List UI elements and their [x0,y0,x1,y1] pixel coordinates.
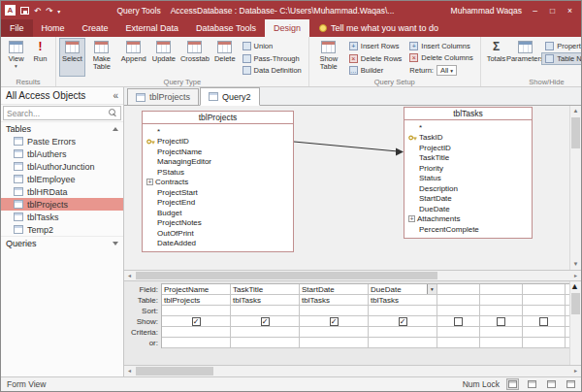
nav-item-temp2[interactable]: Temp2 [1,223,123,236]
show-cell[interactable] [523,316,566,327]
field-row-duedate[interactable]: DueDate [404,204,532,214]
delete-rows-button[interactable]: Delete Rows [345,52,406,65]
field-row-pstatus[interactable]: PStatus [143,167,293,178]
table-cell[interactable] [523,295,566,306]
field-row-percentcomplete[interactable]: PercentComplete [404,224,532,235]
show-checkbox[interactable] [454,317,463,326]
sql-view-button[interactable] [545,378,558,390]
scroll-up-icon[interactable] [570,106,581,116]
show-table-button[interactable]: Show Table [312,38,345,77]
sort-cell[interactable] [300,306,369,316]
run-button[interactable]: Run [28,38,52,77]
field-row-description[interactable]: Description [404,183,532,194]
scroll-thumb[interactable] [571,117,580,148]
nav-item-tblauthorjunction[interactable]: tblAuthorJunction [1,160,123,173]
delete-columns-button[interactable]: Delete Columns [405,52,476,65]
insert-columns-button[interactable]: Insert Columns [405,40,476,52]
field-list-title[interactable]: tblProjects [143,112,293,124]
field-row-projectend[interactable]: ProjectEnd [143,198,293,209]
search-input[interactable] [4,109,109,118]
field-row-taskid[interactable]: TaskID [404,133,532,144]
field-row-status[interactable]: Status [404,174,532,184]
pass-through-button[interactable]: Pass-Through [239,52,306,65]
field-row-projectnotes[interactable]: ProjectNotes [143,218,293,229]
field-row-outofprint[interactable]: OutOfPrint [143,228,293,239]
property-sheet-button[interactable]: Property Sheet [541,40,581,52]
tab-database-tools[interactable]: Database Tools [187,19,265,37]
sort-cell[interactable] [523,306,566,316]
query-design-surface[interactable]: tblProjects *ProjectIDProjectNameManagin… [124,106,581,271]
view-button[interactable]: View [4,38,28,77]
sort-cell[interactable] [369,306,437,316]
show-cell[interactable] [162,316,231,327]
show-checkbox[interactable] [539,317,548,326]
sort-cell[interactable] [162,306,231,316]
scroll-down-icon[interactable] [570,259,581,270]
show-checkbox[interactable] [261,317,270,326]
access-app-icon[interactable]: A [5,5,16,16]
collapse-pane-icon[interactable] [113,90,118,101]
or-cell[interactable] [162,338,231,348]
nav-item-tblprojects[interactable]: tblProjects [1,198,123,211]
insert-rows-button[interactable]: Insert Rows [345,40,406,52]
update-button[interactable]: Update [149,38,178,77]
scroll-thumb[interactable] [571,293,580,314]
tab-home[interactable]: Home [33,19,74,37]
field-cell[interactable] [523,284,566,295]
show-checkbox[interactable] [330,317,339,326]
field-cell[interactable]: TaskTitle [231,284,300,295]
tab-external-data[interactable]: External Data [117,19,188,37]
doc-tab-query2[interactable]: Query2 [200,87,260,106]
field-dropdown-button[interactable]: ▾ [427,284,436,294]
nav-section-tables[interactable]: Tables [1,121,123,135]
criteria-cell[interactable] [162,327,231,338]
expand-icon[interactable] [146,179,153,185]
table-cell[interactable] [480,295,523,306]
show-cell[interactable] [369,316,437,327]
criteria-cell[interactable] [480,327,523,338]
field-cell[interactable]: ProjectName [162,284,231,295]
table-names-button[interactable]: Table Names [541,52,581,65]
field-row-projectid[interactable]: ProjectID [404,143,532,153]
nav-section-queries[interactable]: Queries [1,236,123,249]
nav-item-tbltasks[interactable]: tblTasks [1,211,123,223]
field-row-contracts[interactable]: Contracts [143,178,293,188]
field-list-tblprojects[interactable]: tblProjects *ProjectIDProjectNameManagin… [142,111,294,252]
maximize-button[interactable] [547,6,558,16]
sort-cell[interactable] [231,306,300,316]
field-row-projectstart[interactable]: ProjectStart [143,187,293,198]
scroll-thumb[interactable] [136,272,437,279]
show-cell[interactable] [480,316,523,327]
tab-design[interactable]: Design [265,19,309,37]
or-cell[interactable] [231,338,300,348]
delete-query-button[interactable]: Delete [211,38,239,77]
design-horizontal-scrollbar[interactable] [124,271,581,281]
search-icon[interactable] [109,109,117,117]
criteria-cell[interactable] [231,327,300,338]
sort-cell[interactable] [480,306,523,316]
scroll-thumb[interactable] [136,367,213,376]
show-cell[interactable] [300,316,369,327]
or-cell[interactable] [437,338,480,348]
or-cell[interactable] [300,338,369,348]
nav-item-tblauthers[interactable]: tblAuthers [1,147,123,160]
totals-button[interactable]: Totals [484,38,509,77]
tell-me-box[interactable]: Tell me what you want to do [319,19,438,37]
field-list-tbltasks[interactable]: tblTasks *TaskIDProjectIDTaskTitlePriori… [404,107,533,239]
customize-quick-access-icon[interactable] [57,6,60,16]
redo-icon[interactable] [46,6,52,16]
doc-tab-tblprojects[interactable]: tblProjects [127,88,199,105]
field-row-star[interactable]: * [143,126,293,137]
table-cell[interactable]: tblTasks [369,295,437,306]
show-cell[interactable] [437,316,480,327]
qbe-horizontal-scrollbar[interactable] [124,365,581,376]
or-cell[interactable] [369,338,437,348]
undo-icon[interactable] [34,6,41,16]
table-cell[interactable]: tblProjects [162,295,231,306]
data-definition-button[interactable]: Data Definition [239,64,306,77]
table-cell[interactable]: tblTasks [231,295,300,306]
scroll-right-icon[interactable] [570,366,581,376]
return-dropdown[interactable]: All [436,65,457,76]
or-cell[interactable] [480,338,523,348]
close-button[interactable] [565,6,575,16]
